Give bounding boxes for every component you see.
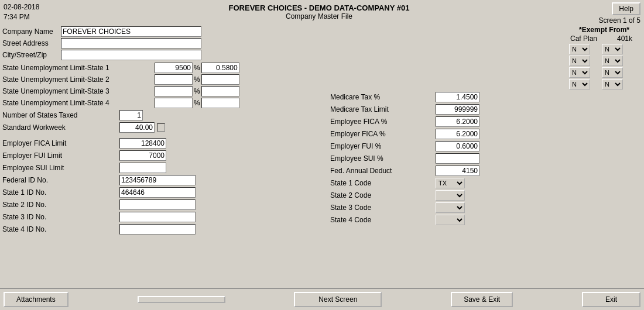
federal-id-label: Federal ID No. xyxy=(2,176,119,184)
next-screen-button[interactable]: Next Screen xyxy=(294,292,382,307)
attachments-button[interactable]: Attachments xyxy=(4,292,68,307)
exempt-row-4: NY NY xyxy=(569,79,639,89)
state-unemp-limit-1[interactable] xyxy=(155,63,193,73)
fed-annual-deduct-row: Fed. Annual Deduct xyxy=(330,165,642,177)
street-address-label: Street Address xyxy=(2,39,61,47)
caf-plan-dropdown-2[interactable]: NY xyxy=(569,56,590,66)
state-unemp-pct-1[interactable] xyxy=(201,63,239,73)
federal-id-input[interactable] xyxy=(119,175,196,185)
employee-sui-limit-input[interactable] xyxy=(119,163,166,173)
state2-id-input[interactable] xyxy=(119,199,196,210)
employee-fica-pct-label: Employee FICA % xyxy=(330,118,436,126)
fed-annual-deduct-input[interactable] xyxy=(436,166,479,176)
state3-code-label: State 3 Code xyxy=(330,204,436,212)
state-unemp-label-4: State Unemployment Limit-State 4 xyxy=(2,99,155,107)
exempt-dropdowns: NY NY NY NY NY NY NY NY xyxy=(569,44,639,89)
time: 7:34 PM xyxy=(4,12,39,22)
main-container: 02-08-2018 7:34 PM FOREVER CHOICES - DEM… xyxy=(0,0,644,310)
state1-code-label: State 1 Code xyxy=(330,179,436,187)
pct-2: % xyxy=(194,75,200,84)
fed-annual-deduct-label: Fed. Annual Deduct xyxy=(330,167,436,175)
medicare-tax-limit-input[interactable] xyxy=(436,104,479,115)
employee-sui-limit-label: Employee SUI Limit xyxy=(2,164,119,172)
help-button[interactable]: Help xyxy=(612,2,640,15)
state-unemp-pct-2[interactable] xyxy=(201,74,239,85)
401k-dropdown-2[interactable]: NY xyxy=(602,56,623,66)
header-right: Help Screen 1 of 5 xyxy=(599,2,640,25)
employee-sui-pct-input[interactable] xyxy=(436,153,479,164)
state3-id-input[interactable] xyxy=(119,212,196,222)
header: 02-08-2018 7:34 PM FOREVER CHOICES - DEM… xyxy=(0,0,644,26)
caf-plan-dropdown-4[interactable]: NY xyxy=(569,79,590,89)
right-form-section: Medicare Tax % Medicare Tax Limit Employ… xyxy=(330,91,642,226)
employer-fica-pct-input[interactable] xyxy=(436,129,479,139)
pct-4: % xyxy=(194,99,200,107)
header-center: FOREVER CHOICES - DEMO DATA-COMPANY #01 … xyxy=(39,2,598,20)
company-info-rows: Company Name Street Address City/Street/… xyxy=(2,26,324,60)
401k-dropdown-3[interactable]: NY xyxy=(602,67,623,78)
state-unemp-label-3: State Unemployment Limit-State 3 xyxy=(2,87,155,95)
company-name-label: Company Name xyxy=(2,27,61,36)
state-unemp-limit-4[interactable] xyxy=(155,98,193,108)
state-unemp-limit-2[interactable] xyxy=(155,74,193,85)
employer-fica-pct-row: Employer FICA % xyxy=(330,128,642,140)
city-state-zip-input[interactable] xyxy=(61,50,201,60)
employer-fui-pct-input[interactable] xyxy=(436,141,479,151)
employee-sui-pct-row: Employee SUI % xyxy=(330,153,642,164)
state-unemp-row-4: State Unemployment Limit-State 4 % xyxy=(2,97,324,108)
street-address-input[interactable] xyxy=(61,38,201,49)
state4-code-row: State 4 Code xyxy=(330,214,642,226)
state2-code-label: State 2 Code xyxy=(330,191,436,199)
state-unemp-row-2: State Unemployment Limit-State 2 % xyxy=(2,74,324,85)
state4-id-input[interactable] xyxy=(119,224,196,235)
state-unemp-row-3: State Unemployment Limit-State 3 % xyxy=(2,85,324,97)
exempt-row-1: NY NY xyxy=(569,44,639,54)
401k-dropdown-4[interactable]: NY xyxy=(602,79,623,89)
employer-fica-limit-label: Employer FICA Limit xyxy=(2,139,119,147)
employer-fica-limit-input[interactable] xyxy=(119,138,166,149)
state-unemp-label-2: State Unemployment Limit-State 2 xyxy=(2,75,155,84)
state-unemp-limit-3[interactable] xyxy=(155,86,193,97)
num-states-row: Number of States Taxed xyxy=(2,109,324,121)
state4-code-select[interactable] xyxy=(436,215,465,225)
medicare-tax-pct-row: Medicare Tax % xyxy=(330,91,642,103)
caf-plan-dropdown-3[interactable]: NY xyxy=(569,67,590,78)
company-name-input[interactable] xyxy=(61,26,201,37)
screen-number: Screen 1 of 5 xyxy=(599,16,640,25)
state1-id-input[interactable] xyxy=(119,187,196,198)
state-unemp-row-1: State Unemployment Limit-State 1 % xyxy=(2,62,324,73)
caf-plan-dropdown-1[interactable]: NY xyxy=(569,44,590,54)
employee-sui-limit-row: Employee SUI Limit xyxy=(2,162,324,174)
state3-code-row: State 3 Code xyxy=(330,202,642,213)
employer-fui-limit-input[interactable] xyxy=(119,150,166,161)
state3-id-row: State 3 ID No. xyxy=(2,211,324,223)
header-left: 02-08-2018 7:34 PM xyxy=(4,2,39,22)
employee-fica-pct-row: Employee FICA % xyxy=(330,116,642,128)
num-states-input[interactable] xyxy=(119,110,143,120)
subtitle: Company Master File xyxy=(39,12,598,20)
exempt-row-2: NY NY xyxy=(569,56,639,66)
std-workweek-label: Standard Workweek xyxy=(2,123,119,132)
state2-id-label: State 2 ID No. xyxy=(2,201,119,209)
std-workweek-input[interactable] xyxy=(119,122,155,133)
state-unemp-pct-4[interactable] xyxy=(201,98,239,108)
employee-sui-pct-label: Employee SUI % xyxy=(330,154,436,163)
exit-button[interactable]: Exit xyxy=(582,292,640,307)
state2-code-select[interactable] xyxy=(436,190,465,201)
state3-code-select[interactable] xyxy=(436,202,465,213)
401k-header: 401k xyxy=(610,35,639,43)
employee-fica-pct-input[interactable] xyxy=(436,116,479,127)
exempt-subheaders: Caf Plan 401k xyxy=(569,35,639,43)
medicare-tax-limit-row: Medicare Tax Limit xyxy=(330,104,642,115)
401k-dropdown-1[interactable]: NY xyxy=(602,44,623,54)
medicare-tax-pct-input[interactable] xyxy=(436,92,479,102)
save-exit-button[interactable]: Save & Exit xyxy=(451,292,513,307)
id-numbers-section: Federal ID No. State 1 ID No. State 2 ID… xyxy=(2,174,324,236)
date: 02-08-2018 xyxy=(4,2,39,12)
state1-code-select[interactable]: TX xyxy=(436,178,465,188)
state-unemp-pct-3[interactable] xyxy=(201,86,239,97)
prev-screen-button[interactable] xyxy=(138,296,225,303)
state3-id-label: State 3 ID No. xyxy=(2,213,119,221)
state1-id-label: State 1 ID No. xyxy=(2,188,119,197)
state4-id-label: State 4 ID No. xyxy=(2,225,119,233)
